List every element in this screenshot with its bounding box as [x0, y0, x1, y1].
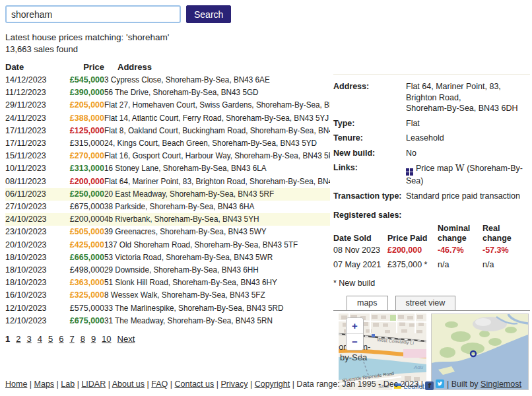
row-date: 10/11/2023: [5, 162, 66, 175]
row-address-text: 20 East Meadway, Shoreham-By-Sea, BN43 5…: [104, 188, 274, 201]
twitter-icon[interactable]: [436, 380, 444, 388]
row-address-text: Flat 14, Atlantic Court, Ferry Road, Sho…: [104, 112, 329, 125]
footer-link-privacy[interactable]: Privacy: [220, 380, 248, 389]
row-address-text: 31 The Meadway, Shoreham-By-Sea, BN43 5R…: [104, 315, 273, 327]
field-label: New build:: [333, 148, 406, 159]
footer: Home | Maps | Lab | LIDAR | About us | F…: [5, 380, 531, 390]
row-address: Flat 8, Oakland Court, Buckingham Road, …: [104, 125, 330, 137]
table-row[interactable]: 17/11/2023£125,000Flat 8, Oakland Court,…: [5, 125, 330, 137]
page-link[interactable]: 2: [16, 334, 20, 344]
row-price: £315,000: [66, 137, 104, 150]
address-line-1: Flat 64, Mariner Point, 83, Brighton Roa…: [406, 81, 530, 103]
table-row[interactable]: 24/10/2023£200,0004b Riverbank, Shoreham…: [5, 213, 330, 226]
table-row[interactable]: 18/10/2023£665,00053 Victoria Road, Shor…: [5, 251, 330, 264]
table-row[interactable]: 29/11/2023£205,000Flat 27, Homehaven Cou…: [5, 99, 330, 112]
zoom-out-button[interactable]: −: [347, 334, 363, 350]
table-row[interactable]: 06/11/2023£250,00020 East Meadway, Shore…: [5, 188, 330, 201]
footer-link-maps[interactable]: Maps: [34, 380, 55, 389]
table-row[interactable]: 20/10/2023£425,000137 Old Shoreham Road,…: [5, 239, 330, 251]
search-button[interactable]: Search: [186, 5, 231, 23]
row-date: 23/10/2023: [5, 226, 66, 238]
footer-link-about-us[interactable]: About us: [112, 380, 145, 389]
page-link[interactable]: 8: [81, 334, 85, 344]
table-row[interactable]: 12/10/2023£675,00031 The Meadway, Shoreh…: [5, 315, 330, 327]
table-row[interactable]: 08/11/2023£200,000Flat 64, Mariner Point…: [5, 176, 330, 188]
table-row[interactable]: 10/11/2023£313,00016 Stoney Lane, Shoreh…: [5, 162, 330, 175]
wikipedia-icon[interactable]: W: [455, 162, 465, 173]
price-map-link[interactable]: Price map: [416, 164, 453, 173]
next-page-link[interactable]: Next: [117, 334, 135, 344]
google-map[interactable]: [431, 314, 529, 390]
row-date: 12/10/2023: [5, 302, 66, 315]
links-field: Links: Price map W (Shoreham-By-Sea): [333, 162, 530, 187]
row-date: 18/10/2023: [5, 264, 66, 277]
page-link[interactable]: 3: [26, 334, 31, 344]
row-price: £665,000: [66, 251, 104, 264]
column-header-address: Address: [104, 61, 330, 74]
row-address-text: 4b Riverbank, Shoreham-By-Sea, BN43 5YH: [104, 213, 259, 226]
field-value: Flat: [406, 118, 530, 129]
zoom-in-button[interactable]: +: [347, 318, 363, 334]
transaction-field: Transaction type: Standard price paid tr…: [333, 191, 530, 202]
table-row[interactable]: 18/10/2023£498,00029 Downside, Shoreham-…: [5, 264, 330, 277]
page-link[interactable]: 6: [59, 334, 63, 344]
page-link[interactable]: 10: [102, 334, 111, 344]
row-address-text: 3 Cypress Close, Shoreham-By-Sea, BN43 6…: [104, 74, 270, 86]
row-date: 11/12/2023: [5, 86, 66, 99]
row-address-text: 53 Victoria Road, Shoreham-By-Sea, BN43 …: [104, 251, 273, 264]
row-address-text: 56 The Drive, Shoreham-By-Sea, BN43 5GD: [104, 86, 259, 99]
footer-link-contact-us[interactable]: Contact us: [175, 380, 215, 389]
leaflet-map[interactable]: West Coastway Li Shoreham- by-Sea Adu: [339, 314, 426, 390]
row-price: £545,000: [66, 74, 104, 86]
page-link[interactable]: 5: [48, 334, 53, 344]
table-row[interactable]: 27/10/2023£675,00038 Parkside, Shoreham-…: [5, 201, 330, 213]
sale-real-change: -57.3%: [482, 246, 521, 260]
field-value: Standard price paid transaction: [406, 191, 530, 202]
row-address: 38 Parkside, Shoreham-By-Sea, BN43 6HA: [104, 201, 330, 213]
tab-street-view[interactable]: street view: [395, 296, 456, 310]
new-build-field: New build: No: [333, 148, 530, 159]
page-link[interactable]: 7: [69, 334, 74, 344]
table-row[interactable]: 16/10/2023£325,0008 Wessex Walk, Shoreha…: [5, 289, 330, 302]
facebook-icon[interactable]: f: [425, 381, 434, 390]
footer-link-lidar[interactable]: LIDAR: [81, 380, 106, 389]
row-address-text: Flat 27, Homehaven Court, Swiss Gardens,…: [104, 99, 330, 112]
sale-nominal-change: n/a: [438, 260, 482, 275]
registered-sales-table: Date Sold Price Paid Nominal change Real…: [333, 224, 521, 275]
table-row[interactable]: 12/10/2023£575,00033 The Marlinespike, S…: [5, 302, 330, 315]
row-address-text: Flat 16, Gosport Court, Harbour Way, Sho…: [104, 150, 330, 162]
row-date: 18/10/2023: [5, 277, 66, 289]
table-row[interactable]: 23/10/2023£505,00039 Greenacres, Shoreha…: [5, 226, 330, 238]
row-address: Flat 27, Homehaven Court, Swiss Gardens,…: [104, 99, 330, 112]
type-field: Type: Flat: [333, 118, 530, 129]
row-price: £505,000: [66, 226, 104, 238]
footer-link-copyright[interactable]: Copyright: [255, 380, 290, 389]
footer-link-home[interactable]: Home: [5, 380, 27, 389]
table-row[interactable]: 14/12/2023£545,0003 Cypress Close, Shore…: [5, 74, 330, 86]
footer-link-faq[interactable]: FAQ: [151, 380, 168, 389]
row-date: 20/10/2023: [5, 239, 66, 251]
row-address: 137 Old Shoreham Road, Shoreham-By-Sea, …: [104, 239, 330, 251]
row-price: £250,000: [66, 188, 104, 201]
sales-header-date: Date Sold: [333, 224, 387, 246]
built-by-text: Built by: [451, 380, 479, 389]
table-row[interactable]: 18/10/2023£363,00051 Slonk Hill Road, Sh…: [5, 277, 330, 289]
row-address: 39 Greenacres, Shoreham-By-Sea, BN43 5WY: [104, 226, 330, 238]
field-label: Tenure:: [333, 133, 406, 144]
table-row[interactable]: 17/11/2023£315,00024, Kings Court, Beach…: [5, 137, 330, 150]
table-row[interactable]: 11/12/2023£390,00056 The Drive, Shoreham…: [5, 86, 330, 99]
tab-maps[interactable]: maps: [347, 296, 388, 310]
page-link[interactable]: 4: [38, 334, 42, 344]
row-date: 16/10/2023: [5, 289, 66, 302]
page-link[interactable]: 9: [91, 334, 96, 344]
results-heading: Latest house prices matching: 'shoreham': [5, 32, 169, 42]
table-row[interactable]: 15/11/2023£270,000Flat 16, Gosport Court…: [5, 150, 330, 162]
sale-real-change: n/a: [482, 260, 521, 275]
row-address: 16 Stoney Lane, Shoreham-By-Sea, BN43 6L…: [104, 162, 330, 175]
field-label: Links:: [333, 162, 406, 187]
footer-link-lab[interactable]: Lab: [61, 380, 75, 389]
table-row[interactable]: 24/11/2023£388,000Flat 14, Atlantic Cour…: [5, 112, 330, 125]
row-date: 17/11/2023: [5, 137, 66, 150]
built-by-link[interactable]: Singlemost: [481, 380, 521, 389]
search-input[interactable]: [5, 5, 181, 23]
